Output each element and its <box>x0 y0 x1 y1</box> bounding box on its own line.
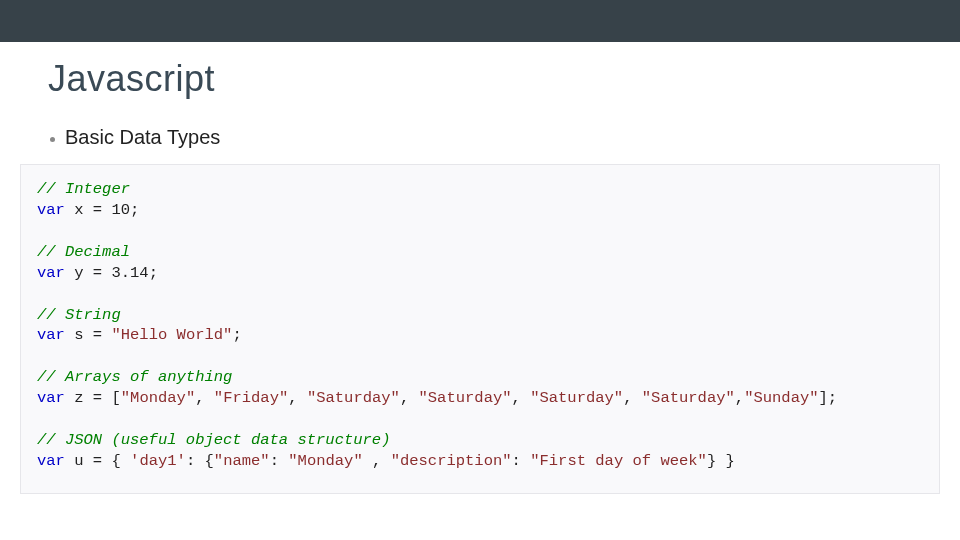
header-bar <box>0 0 960 42</box>
bullet-text: Basic Data Types <box>65 126 220 149</box>
code-keyword: var <box>37 201 65 219</box>
slide-title: Javascript <box>48 58 215 100</box>
bullet-icon <box>50 137 55 142</box>
code-comment: // Arrays of anything <box>37 368 232 386</box>
code-comment: // Integer <box>37 180 130 198</box>
slide: Javascript Basic Data Types // Integer v… <box>0 0 960 540</box>
code-block: // Integer var x = 10; // Decimal var y … <box>20 164 940 494</box>
code-comment: // JSON (useful object data structure) <box>37 431 390 449</box>
code-comment: // String <box>37 306 121 324</box>
code-comment: // Decimal <box>37 243 130 261</box>
bullet-row: Basic Data Types <box>50 126 220 149</box>
